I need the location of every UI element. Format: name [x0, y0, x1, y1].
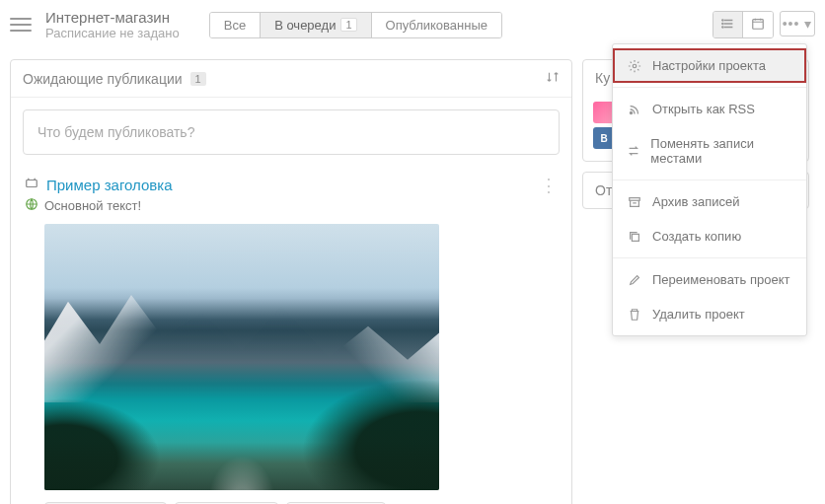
svg-rect-10: [632, 234, 638, 241]
queue-panel: Ожидающие публикации 1 Что будем публико…: [10, 59, 572, 504]
menu-copy[interactable]: Создать копию: [613, 219, 806, 253]
queue-count: 1: [190, 72, 206, 86]
menu-swap[interactable]: Поменять записи местами: [613, 126, 806, 176]
menu-toggle[interactable]: [10, 14, 32, 36]
composer-input[interactable]: Что будем публиковать?: [23, 109, 560, 155]
menu-delete-label: Удалить проект: [652, 307, 745, 322]
svg-rect-9: [630, 197, 640, 200]
gear-icon: [627, 59, 642, 73]
menu-archive[interactable]: Архив записей: [613, 184, 806, 219]
menu-rss-label: Открыть как RSS: [652, 102, 755, 116]
post-body: Основной текст!: [44, 198, 141, 213]
project-menu: Настройки проекта Открыть как RSS Поменя…: [612, 43, 807, 336]
menu-rename-label: Переименовать проект: [652, 272, 789, 287]
copy-icon: [627, 230, 642, 244]
view-switcher: [712, 11, 774, 38]
queue-title: Ожидающие публикации: [23, 71, 183, 87]
tab-queue-label: В очереди: [274, 18, 336, 33]
pencil-icon: [627, 273, 642, 287]
post-image[interactable]: [44, 224, 439, 490]
menu-copy-label: Создать копию: [652, 229, 741, 244]
svg-point-0: [721, 19, 722, 20]
post-more-button[interactable]: ⋮: [540, 183, 558, 187]
svg-rect-3: [753, 19, 764, 29]
project-title: Интернет-магазин: [45, 9, 180, 26]
menu-rss[interactable]: Открыть как RSS: [613, 92, 806, 126]
tab-published[interactable]: Опубликованные: [372, 13, 502, 37]
calendar-icon: [751, 17, 765, 34]
ellipsis-icon: ••• ▾: [783, 16, 813, 32]
menu-settings-label: Настройки проекта: [652, 58, 766, 73]
swap-icon: [627, 144, 640, 158]
post-type-icon: [25, 177, 38, 193]
svg-point-7: [633, 64, 637, 68]
archive-icon: [627, 195, 642, 209]
globe-icon: [25, 197, 38, 214]
menu-settings[interactable]: Настройки проекта: [613, 48, 806, 83]
filter-tabs: Все В очереди 1 Опубликованные: [209, 12, 502, 38]
post-card: Пример заголовка ⋮ Основной текст! 2: [11, 167, 571, 504]
sort-icon: [546, 73, 560, 87]
trash-icon: [627, 308, 642, 322]
svg-rect-4: [27, 180, 38, 187]
tab-queue[interactable]: В очереди 1: [261, 13, 371, 37]
menu-swap-label: Поменять записи местами: [650, 136, 792, 166]
project-header: Интернет-магазин Расписание не задано: [45, 9, 180, 40]
svg-point-2: [721, 26, 722, 27]
menu-archive-label: Архив записей: [652, 194, 740, 209]
post-title[interactable]: Пример заголовка: [46, 177, 173, 193]
menu-delete[interactable]: Удалить проект: [613, 297, 806, 331]
list-view-button[interactable]: [713, 12, 743, 37]
tab-all[interactable]: Все: [210, 13, 261, 37]
rss-icon: [627, 103, 642, 116]
svg-point-8: [630, 111, 632, 113]
tab-queue-count: 1: [340, 18, 356, 32]
calendar-view-button[interactable]: [743, 12, 773, 37]
more-menu-button[interactable]: ••• ▾: [780, 11, 815, 36]
list-icon: [721, 17, 735, 34]
schedule-subtitle: Расписание не задано: [45, 26, 180, 40]
svg-point-1: [721, 23, 722, 24]
sort-button[interactable]: [546, 70, 560, 87]
menu-rename[interactable]: Переименовать проект: [613, 262, 806, 297]
